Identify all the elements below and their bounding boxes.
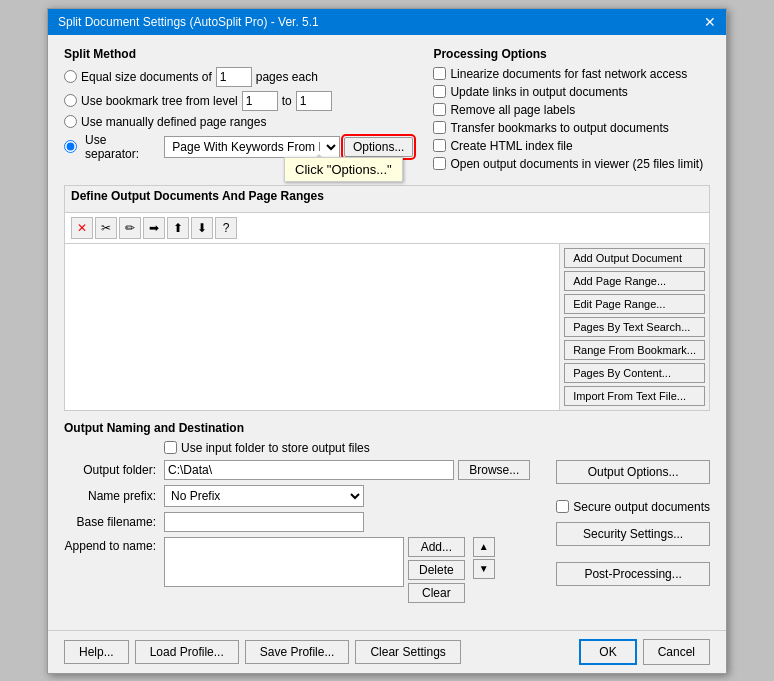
range-from-bookmark-btn[interactable]: Range From Bookmark... xyxy=(564,340,705,360)
cancel-button[interactable]: Cancel xyxy=(643,639,710,665)
radio-manual-page[interactable] xyxy=(64,115,77,128)
base-filename-row: Base filename: xyxy=(64,512,530,532)
define-section-title: Define Output Documents And Page Ranges xyxy=(71,189,324,203)
split-method-section: Split Method Equal size documents of pag… xyxy=(64,47,413,175)
equal-size-pages-input[interactable] xyxy=(216,67,252,87)
output-folder-input[interactable] xyxy=(164,460,454,480)
use-input-folder-row: Use input folder to store output files xyxy=(164,441,710,455)
output-options-btn[interactable]: Output Options... xyxy=(556,460,710,484)
define-buttons: Add Output Document Add Page Range... Ed… xyxy=(560,244,709,410)
cb-update-links[interactable] xyxy=(433,85,446,98)
append-buttons: Add... Delete Clear xyxy=(408,537,465,603)
add-page-range-btn[interactable]: Add Page Range... xyxy=(564,271,705,291)
separator-dropdown[interactable]: Page With Keywords From List xyxy=(164,136,340,158)
cb-transfer-bookmarks[interactable] xyxy=(433,121,446,134)
processing-options-section: Processing Options Linearize documents f… xyxy=(433,47,710,175)
label-bookmark-tree: Use bookmark tree from level to xyxy=(81,91,332,111)
name-prefix-label: Name prefix: xyxy=(64,489,164,503)
dialog: Split Document Settings (AutoSplit Pro) … xyxy=(47,8,727,674)
title-bar: Split Document Settings (AutoSplit Pro) … xyxy=(48,9,726,35)
security-settings-btn[interactable]: Security Settings... xyxy=(556,522,710,546)
bookmark-level-from-input[interactable] xyxy=(242,91,278,111)
base-filename-label: Base filename: xyxy=(64,515,164,529)
toolbar-help-btn[interactable]: ? xyxy=(215,217,237,239)
up-btn[interactable]: ▲ xyxy=(473,537,495,557)
cb-open-viewer[interactable] xyxy=(433,157,446,170)
import-from-text-btn[interactable]: Import From Text File... xyxy=(564,386,705,406)
cb-use-input-folder[interactable] xyxy=(164,441,177,454)
radio-separator[interactable] xyxy=(64,140,77,153)
base-filename-input[interactable] xyxy=(164,512,364,532)
add-output-doc-btn[interactable]: Add Output Document xyxy=(564,248,705,268)
pages-by-text-btn[interactable]: Pages By Text Search... xyxy=(564,317,705,337)
toolbar-move-right-btn[interactable]: ➡ xyxy=(143,217,165,239)
down-btn[interactable]: ▼ xyxy=(473,559,495,579)
cb-linearize[interactable] xyxy=(433,67,446,80)
post-processing-btn[interactable]: Post-Processing... xyxy=(556,562,710,586)
clear-btn[interactable]: Clear xyxy=(408,583,465,603)
split-method-title: Split Method xyxy=(64,47,413,61)
toolbar-cut-btn[interactable]: ✂ xyxy=(95,217,117,239)
ok-button[interactable]: OK xyxy=(579,639,636,665)
close-button[interactable]: ✕ xyxy=(704,15,716,29)
browse-button[interactable]: Browse... xyxy=(458,460,530,480)
toolbar-delete-btn[interactable]: ✕ xyxy=(71,217,93,239)
name-prefix-select[interactable]: No Prefix xyxy=(164,485,364,507)
edit-page-range-btn[interactable]: Edit Page Range... xyxy=(564,294,705,314)
add-btn[interactable]: Add... xyxy=(408,537,465,557)
radio-equal-size[interactable] xyxy=(64,70,77,83)
dialog-title: Split Document Settings (AutoSplit Pro) … xyxy=(58,15,319,29)
save-profile-button[interactable]: Save Profile... xyxy=(245,640,350,664)
name-prefix-row: Name prefix: No Prefix xyxy=(64,485,530,507)
tooltip-bubble: Click "Options..." xyxy=(284,157,403,182)
options-button[interactable]: Options... xyxy=(344,137,413,157)
define-toolbar: ✕ ✂ ✏ ➡ ⬆ ⬇ ? xyxy=(65,213,709,244)
append-to-name-label: Append to name: xyxy=(64,537,164,553)
define-list xyxy=(65,244,560,410)
output-naming-section: Output Naming and Destination Use input … xyxy=(64,421,710,608)
clear-settings-button[interactable]: Clear Settings xyxy=(355,640,460,664)
toolbar-move-down-btn[interactable]: ⬇ xyxy=(191,217,213,239)
help-button[interactable]: Help... xyxy=(64,640,129,664)
output-naming-title: Output Naming and Destination xyxy=(64,421,710,435)
delete-btn[interactable]: Delete xyxy=(408,560,465,580)
output-folder-row: Output folder: Browse... xyxy=(64,460,530,480)
output-folder-label: Output folder: xyxy=(64,463,164,477)
footer-right-buttons: OK Cancel xyxy=(579,639,710,665)
updown-buttons: ▲ ▼ xyxy=(473,537,495,579)
label-equal-size: Equal size documents of pages each xyxy=(81,67,318,87)
radio-bookmark-tree[interactable] xyxy=(64,94,77,107)
cb-secure-docs[interactable] xyxy=(556,500,569,513)
bookmark-level-to-input[interactable] xyxy=(296,91,332,111)
pages-by-content-btn[interactable]: Pages By Content... xyxy=(564,363,705,383)
footer: Help... Load Profile... Save Profile... … xyxy=(48,630,726,673)
define-section: Define Output Documents And Page Ranges … xyxy=(64,185,710,411)
footer-left-buttons: Help... Load Profile... Save Profile... … xyxy=(64,640,461,664)
right-panel-buttons: Output Options... Secure output document… xyxy=(556,460,710,586)
load-profile-button[interactable]: Load Profile... xyxy=(135,640,239,664)
cb-html-index[interactable] xyxy=(433,139,446,152)
processing-options-title: Processing Options xyxy=(433,47,710,61)
form-section: Output folder: Browse... Name prefix: No… xyxy=(64,460,530,608)
toolbar-move-up-btn[interactable]: ⬆ xyxy=(167,217,189,239)
cb-remove-labels[interactable] xyxy=(433,103,446,116)
append-textarea[interactable] xyxy=(164,537,404,587)
toolbar-edit-btn[interactable]: ✏ xyxy=(119,217,141,239)
append-to-name-row: Append to name: Add... Delete Clear ▲ ▼ xyxy=(64,537,530,603)
